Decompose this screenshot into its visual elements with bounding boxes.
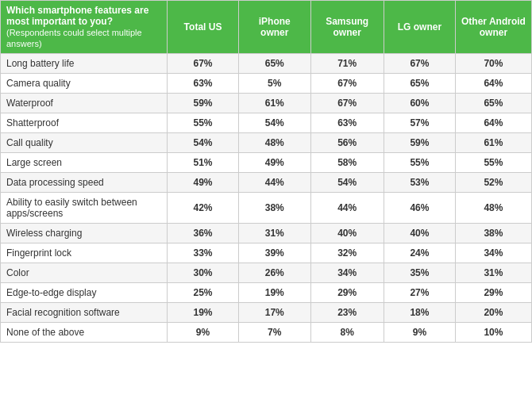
data-cell: 65% bbox=[384, 74, 455, 94]
data-cell: 35% bbox=[384, 263, 455, 283]
table-row: Facial recognition software19%17%23%18%2… bbox=[1, 303, 532, 323]
data-cell: 51% bbox=[168, 153, 239, 173]
data-cell: 67% bbox=[310, 74, 384, 94]
data-cell: 18% bbox=[384, 303, 455, 323]
data-cell: 5% bbox=[239, 74, 311, 94]
question-header: Which smartphone features are most impor… bbox=[1, 1, 168, 54]
data-cell: 55% bbox=[455, 153, 531, 173]
data-cell: 64% bbox=[455, 113, 531, 133]
feature-label: Waterproof bbox=[1, 94, 168, 113]
data-cell: 48% bbox=[239, 133, 311, 153]
data-cell: 63% bbox=[310, 113, 384, 133]
data-cell: 44% bbox=[239, 173, 311, 193]
data-cell: 29% bbox=[455, 283, 531, 303]
table-row: Long battery life67%65%71%67%70% bbox=[1, 54, 532, 74]
data-cell: 38% bbox=[455, 224, 531, 243]
table-row: Edge-to-edge display25%19%29%27%29% bbox=[1, 283, 532, 303]
feature-label: Edge-to-edge display bbox=[1, 283, 168, 303]
col-header-android: Other Android owner bbox=[455, 1, 531, 54]
data-cell: 56% bbox=[310, 133, 384, 153]
data-cell: 55% bbox=[384, 153, 455, 173]
data-cell: 30% bbox=[168, 263, 239, 283]
table-row: Call quality54%48%56%59%61% bbox=[1, 133, 532, 153]
question-bold: Which smartphone features are most impor… bbox=[6, 5, 148, 27]
data-cell: 39% bbox=[239, 243, 311, 263]
feature-label: Facial recognition software bbox=[1, 303, 168, 323]
data-cell: 67% bbox=[310, 94, 384, 113]
data-cell: 31% bbox=[239, 224, 311, 243]
data-cell: 40% bbox=[310, 224, 384, 243]
data-cell: 64% bbox=[455, 74, 531, 94]
data-cell: 60% bbox=[384, 94, 455, 113]
table-row: Shatterproof55%54%63%57%64% bbox=[1, 113, 532, 133]
table-row: Large screen51%49%58%55%55% bbox=[1, 153, 532, 173]
data-cell: 49% bbox=[239, 153, 311, 173]
table-row: Wireless charging36%31%40%40%38% bbox=[1, 224, 532, 243]
data-cell: 26% bbox=[239, 263, 311, 283]
data-cell: 67% bbox=[384, 54, 455, 74]
data-cell: 40% bbox=[384, 224, 455, 243]
data-cell: 33% bbox=[168, 243, 239, 263]
data-cell: 31% bbox=[455, 263, 531, 283]
data-cell: 61% bbox=[239, 94, 311, 113]
data-cell: 59% bbox=[384, 133, 455, 153]
data-cell: 61% bbox=[455, 133, 531, 153]
data-cell: 70% bbox=[455, 54, 531, 74]
data-cell: 49% bbox=[168, 173, 239, 193]
data-cell: 17% bbox=[239, 303, 311, 323]
table-row: Fingerprint lock33%39%32%24%34% bbox=[1, 243, 532, 263]
table-row: Data processing speed49%44%54%53%52% bbox=[1, 173, 532, 193]
feature-label: Wireless charging bbox=[1, 224, 168, 243]
data-cell: 10% bbox=[455, 323, 531, 343]
feature-label: Call quality bbox=[1, 133, 168, 153]
data-cell: 54% bbox=[239, 113, 311, 133]
data-cell: 46% bbox=[384, 193, 455, 224]
col-header-samsung: Samsung owner bbox=[310, 1, 384, 54]
data-cell: 8% bbox=[310, 323, 384, 343]
feature-label: Camera quality bbox=[1, 74, 168, 94]
data-cell: 65% bbox=[455, 94, 531, 113]
table-row: Ability to easily switch between apps/sc… bbox=[1, 193, 532, 224]
data-cell: 67% bbox=[168, 54, 239, 74]
data-cell: 27% bbox=[384, 283, 455, 303]
table-row: Color30%26%34%35%31% bbox=[1, 263, 532, 283]
data-cell: 9% bbox=[384, 323, 455, 343]
data-cell: 34% bbox=[455, 243, 531, 263]
data-cell: 54% bbox=[168, 133, 239, 153]
data-cell: 23% bbox=[310, 303, 384, 323]
data-cell: 19% bbox=[168, 303, 239, 323]
table-row: Waterproof59%61%67%60%65% bbox=[1, 94, 532, 113]
data-cell: 7% bbox=[239, 323, 311, 343]
data-cell: 63% bbox=[168, 74, 239, 94]
data-cell: 53% bbox=[384, 173, 455, 193]
data-cell: 55% bbox=[168, 113, 239, 133]
data-cell: 48% bbox=[455, 193, 531, 224]
feature-label: Color bbox=[1, 263, 168, 283]
data-cell: 57% bbox=[384, 113, 455, 133]
table-row: None of the above9%7%8%9%10% bbox=[1, 323, 532, 343]
feature-label: Fingerprint lock bbox=[1, 243, 168, 263]
data-cell: 20% bbox=[455, 303, 531, 323]
data-cell: 25% bbox=[168, 283, 239, 303]
col-header-lg: LG owner bbox=[384, 1, 455, 54]
data-cell: 32% bbox=[310, 243, 384, 263]
feature-label: Shatterproof bbox=[1, 113, 168, 133]
data-cell: 9% bbox=[168, 323, 239, 343]
question-normal: (Respondents could select multiple answe… bbox=[6, 28, 142, 48]
col-header-total: Total US bbox=[168, 1, 239, 54]
data-cell: 71% bbox=[310, 54, 384, 74]
data-cell: 34% bbox=[310, 263, 384, 283]
feature-label: Ability to easily switch between apps/sc… bbox=[1, 193, 168, 224]
table-row: Camera quality63%5%67%65%64% bbox=[1, 74, 532, 94]
data-cell: 59% bbox=[168, 94, 239, 113]
feature-label: Long battery life bbox=[1, 54, 168, 74]
data-cell: 52% bbox=[455, 173, 531, 193]
col-header-iphone: iPhone owner bbox=[239, 1, 311, 54]
data-cell: 44% bbox=[310, 193, 384, 224]
data-cell: 38% bbox=[239, 193, 311, 224]
data-cell: 65% bbox=[239, 54, 311, 74]
data-cell: 24% bbox=[384, 243, 455, 263]
data-cell: 42% bbox=[168, 193, 239, 224]
data-cell: 29% bbox=[310, 283, 384, 303]
data-cell: 36% bbox=[168, 224, 239, 243]
